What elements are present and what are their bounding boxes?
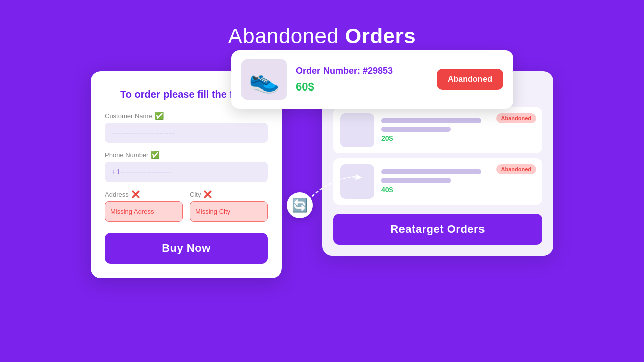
page-title: Abandoned Orders	[228, 24, 416, 48]
sync-icon: 🔄	[287, 192, 313, 218]
order-thumb-1	[340, 113, 374, 147]
abandoned-badge-1: Abandoned	[496, 113, 537, 123]
order-row-2: 40$ Abandoned	[333, 158, 542, 205]
order-price-1: 20$	[381, 134, 535, 142]
retarget-button[interactable]: Reatarget Orders	[333, 214, 542, 245]
city-col: City ❌	[190, 190, 268, 222]
customer-name-input[interactable]	[105, 123, 268, 143]
title-normal: Abandoned	[228, 24, 345, 48]
featured-thumb: 👟	[242, 59, 287, 100]
line-bar-1a	[381, 118, 481, 123]
line-bar-1b	[381, 127, 451, 132]
line-bar-2b	[381, 178, 451, 183]
address-col: Address ❌	[105, 190, 183, 222]
address-label-text: Address	[105, 191, 129, 198]
city-input[interactable]	[190, 201, 268, 222]
line-bar-2a	[381, 169, 481, 174]
check-icon-name: ✅	[155, 112, 164, 120]
order-price-2: 40$	[381, 186, 535, 194]
buy-now-button[interactable]: Buy Now	[105, 233, 268, 264]
featured-order-number: Order Number: #29853	[296, 66, 428, 76]
phone-label: Phone Number ✅	[105, 151, 268, 159]
phone-label-text: Phone Number	[105, 151, 148, 159]
customer-name-label: Customer Name ✅	[105, 112, 268, 120]
city-label-text: City	[190, 191, 201, 198]
shoe-icon: 👟	[249, 65, 280, 94]
svg-marker-0	[355, 174, 362, 180]
order-row-1: 20$ Abandoned	[333, 107, 542, 153]
phone-input[interactable]	[105, 162, 268, 182]
title-bold: Orders	[345, 24, 416, 48]
address-city-row: Address ❌ City ❌	[105, 190, 268, 222]
address-label: Address ❌	[105, 190, 183, 198]
featured-price: 60$	[296, 80, 428, 94]
error-icon-city: ❌	[203, 190, 212, 198]
address-input[interactable]	[105, 201, 183, 222]
featured-order-card: 👟 Order Number: #29853 60$ Abandoned	[231, 50, 513, 109]
abandoned-badge-2: Abandoned	[496, 164, 537, 174]
city-label: City ❌	[190, 190, 268, 198]
check-icon-phone: ✅	[151, 151, 159, 159]
customer-name-label-text: Customer Name	[105, 112, 152, 120]
featured-info: Order Number: #29853 60$	[296, 66, 428, 94]
error-icon-address: ❌	[131, 190, 140, 198]
featured-abandoned-badge: Abandoned	[437, 69, 503, 90]
